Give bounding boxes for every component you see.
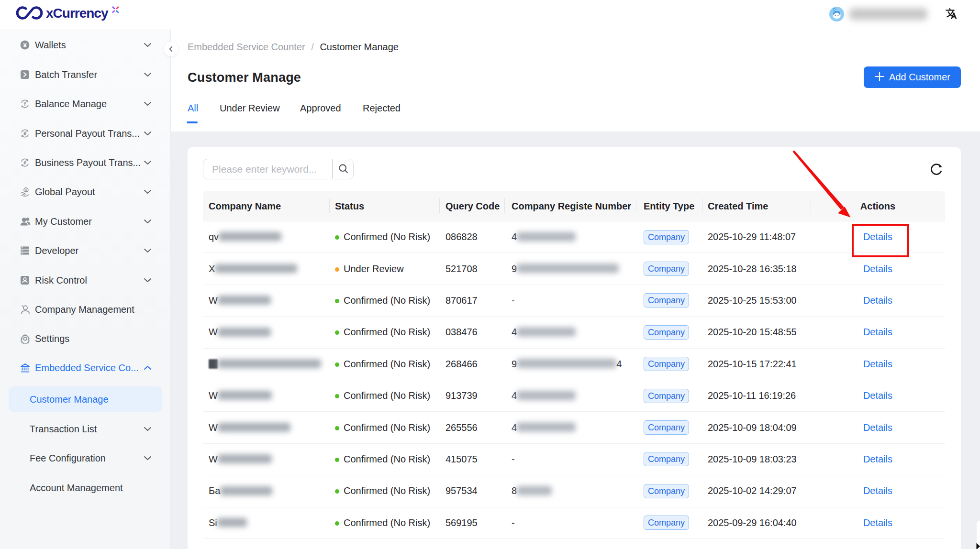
svg-text:¥: ¥ [23,42,27,49]
svg-text:¥: ¥ [23,160,27,165]
svg-text:$: $ [25,187,28,193]
svg-text:¥: ¥ [23,101,27,107]
svg-text:xCurrency: xCurrency [46,6,109,21]
svg-text:¥: ¥ [23,131,27,136]
